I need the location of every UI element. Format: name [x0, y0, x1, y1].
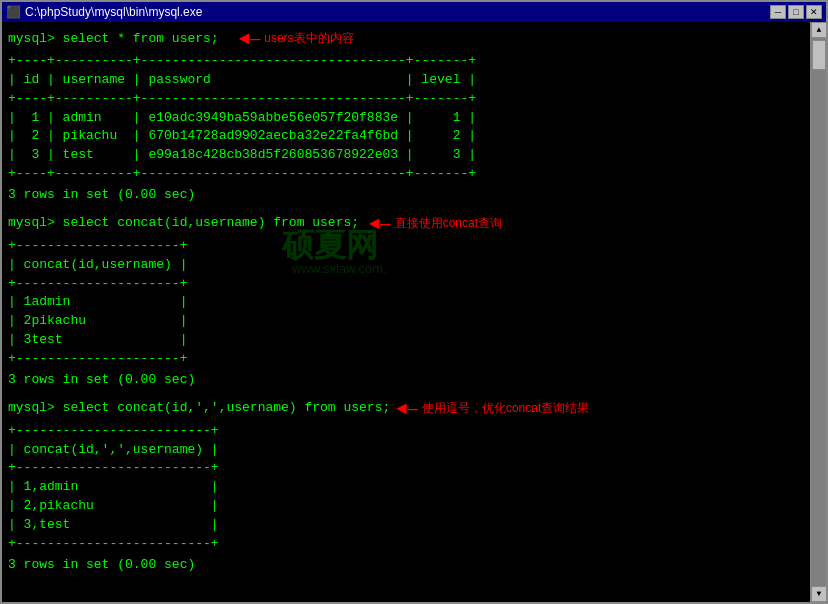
annotation2-text: 直接使用concat查询 — [395, 215, 502, 232]
table2-rowcount: 3 rows in set (0.00 sec) — [8, 371, 802, 390]
query2: select concat(id,username) from users; — [63, 214, 359, 233]
window: ⬛ C:\phpStudy\mysql\bin\mysql.exe ─ □ ✕ … — [0, 0, 828, 604]
scrollbar-thumb[interactable] — [812, 40, 826, 70]
table3-row1: | 1,admin | — [8, 478, 802, 497]
table1-divider-mid: +----+----------+-----------------------… — [8, 90, 802, 109]
annotation1-arrow: ◄— — [239, 26, 261, 52]
titlebar-left: ⬛ C:\phpStudy\mysql\bin\mysql.exe — [6, 5, 202, 19]
table2-row2: | 2pikachu | — [8, 312, 802, 331]
annotation3-arrow: ◄— — [396, 396, 418, 422]
titlebar-controls[interactable]: ─ □ ✕ — [770, 5, 822, 19]
table3-divider-top: +-------------------------+ — [8, 422, 802, 441]
scrollbar[interactable]: ▲ ▼ — [810, 22, 826, 602]
table1-row3: | 3 | test | e99a18c428cb38d5f2608536789… — [8, 146, 802, 165]
scrollbar-track — [811, 38, 826, 586]
query3: select concat(id,',',username) from user… — [63, 399, 391, 418]
close-button[interactable]: ✕ — [806, 5, 822, 19]
terminal: 硕夏网 www.sxiaw.com. ▲ ▼ mysql> select * f… — [2, 22, 826, 602]
annotation2-arrow: ◄— — [369, 211, 391, 237]
table3-rowcount: 3 rows in set (0.00 sec) — [8, 556, 802, 575]
table1-row1: | 1 | admin | e10adc3949ba59abbe56e057f2… — [8, 109, 802, 128]
prompt3: mysql> — [8, 399, 63, 418]
table1-divider-top: +----+----------+-----------------------… — [8, 52, 802, 71]
table1-divider-bot: +----+----------+-----------------------… — [8, 165, 802, 184]
minimize-button[interactable]: ─ — [770, 5, 786, 19]
table2-divider-bot: +---------------------+ — [8, 350, 802, 369]
table2-header: | concat(id,username) | — [8, 256, 802, 275]
query1: select * from users; — [63, 30, 219, 49]
prompt1: mysql> — [8, 30, 63, 49]
scroll-down-button[interactable]: ▼ — [811, 586, 826, 602]
table1-header: | id | username | password | level | — [8, 71, 802, 90]
titlebar: ⬛ C:\phpStudy\mysql\bin\mysql.exe ─ □ ✕ — [2, 2, 826, 22]
table3-row2: | 2,pikachu | — [8, 497, 802, 516]
table3-divider-bot: +-------------------------+ — [8, 535, 802, 554]
annotation1-text: users表中的内容 — [264, 30, 353, 47]
table3-header: | concat(id,',',username) | — [8, 441, 802, 460]
table1-row2: | 2 | pikachu | 670b14728ad9902aecba32e2… — [8, 127, 802, 146]
table2-divider-mid: +---------------------+ — [8, 275, 802, 294]
prompt2: mysql> — [8, 214, 63, 233]
table2-row1: | 1admin | — [8, 293, 802, 312]
table3-row3: | 3,test | — [8, 516, 802, 535]
title-icon: ⬛ — [6, 5, 21, 19]
window-title: C:\phpStudy\mysql\bin\mysql.exe — [25, 5, 202, 19]
table2-row3: | 3test | — [8, 331, 802, 350]
table2-divider-top: +---------------------+ — [8, 237, 802, 256]
table1-rowcount: 3 rows in set (0.00 sec) — [8, 186, 802, 205]
maximize-button[interactable]: □ — [788, 5, 804, 19]
annotation3-text: 使用逗号，优化concat查询结果 — [422, 400, 589, 417]
table3-divider-mid: +-------------------------+ — [8, 459, 802, 478]
scroll-up-button[interactable]: ▲ — [811, 22, 826, 38]
